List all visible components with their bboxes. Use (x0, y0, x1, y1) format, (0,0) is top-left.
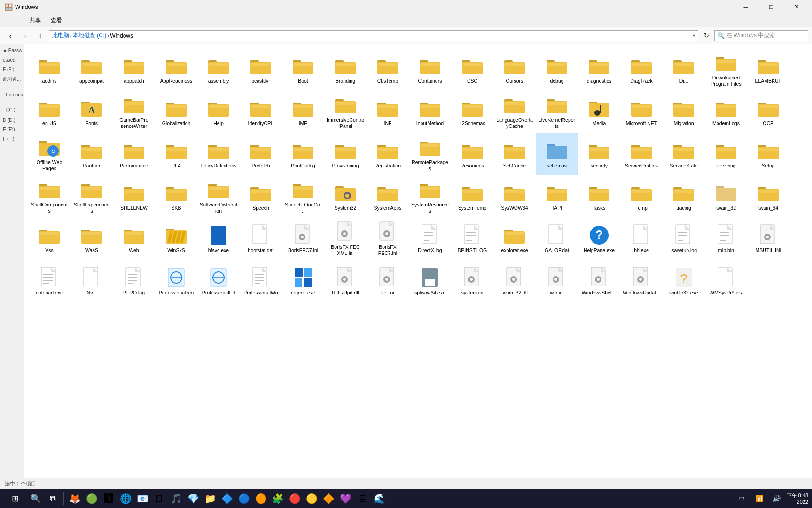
file-item[interactable]: ?HelpPane.exe (578, 217, 620, 260)
file-item[interactable]: Temp (620, 175, 663, 217)
file-item[interactable]: SHELLNEW (113, 175, 155, 217)
file-item[interactable]: Globalization (155, 90, 197, 133)
file-item[interactable]: MSUTIL.INI (747, 217, 789, 260)
taskbar-language[interactable]: 中 (734, 491, 750, 506)
file-item[interactable]: INF (367, 90, 409, 133)
file-item[interactable]: hh.exe (620, 217, 663, 260)
file-item[interactable]: AFonts (70, 90, 113, 133)
taskbar-app11[interactable]: 🔵 (236, 491, 251, 506)
file-item[interactable]: Panther (70, 133, 113, 175)
file-item[interactable]: PFRO.log (113, 260, 155, 302)
taskbar-app18[interactable]: 🖥 (355, 491, 370, 506)
file-item[interactable]: GameBarPre senceWriter (113, 90, 155, 133)
file-item[interactable]: DPINST.LOG (451, 217, 493, 260)
file-item[interactable]: ServiceProfiles (620, 133, 663, 175)
file-item[interactable]: RtlExUpd.dll (324, 260, 367, 302)
taskbar-app5[interactable]: 📧 (135, 491, 150, 506)
pane-item1[interactable]: essed (1, 56, 23, 64)
file-item[interactable]: ↻Offline Web Pages (28, 133, 70, 175)
file-item[interactable]: IME (282, 90, 324, 133)
file-item[interactable]: BorisFX FEC XML.ini (324, 217, 367, 260)
file-item[interactable]: Speech (240, 175, 282, 217)
pane-item3[interactable]: 此习近... (1, 75, 23, 84)
taskbar-app6[interactable]: 🗒 (152, 491, 167, 506)
file-item[interactable]: SystemApps (367, 175, 409, 217)
file-item[interactable]: Prefetch (240, 133, 282, 175)
search-box[interactable]: 🔍 在 Windows 中搜索 (714, 30, 808, 41)
file-item[interactable]: LanguageOverlayCache (493, 90, 536, 133)
file-item[interactable]: WaaS (70, 217, 113, 260)
file-item[interactable]: apppatch (113, 48, 155, 90)
file-item[interactable]: diagnostics (578, 48, 620, 90)
file-item[interactable]: lsasetup.log (663, 217, 705, 260)
taskbar-app10[interactable]: 🔷 (219, 491, 234, 506)
file-item[interactable]: bootstat.dat (240, 217, 282, 260)
file-item[interactable]: system.ini (451, 260, 493, 302)
taskbar-app8[interactable]: 💎 (186, 491, 201, 506)
file-item[interactable]: SKB (155, 175, 197, 217)
file-item[interactable]: tracing (663, 175, 705, 217)
file-item[interactable]: ServiceState (663, 133, 705, 175)
file-item[interactable]: mib.bin (705, 217, 747, 260)
file-item[interactable]: Migration (663, 90, 705, 133)
file-item[interactable]: set.ini (367, 260, 409, 302)
file-item[interactable]: Di... (663, 48, 705, 90)
pane-e[interactable]: E (E:) (1, 126, 23, 134)
file-item[interactable]: addins (28, 48, 70, 90)
taskbar-app17[interactable]: 💜 (338, 491, 353, 506)
file-item[interactable]: L2Schemas (451, 90, 493, 133)
file-item[interactable]: LiveKernelReports (536, 90, 578, 133)
file-item[interactable]: notepad.exe (28, 260, 70, 302)
minimize-button[interactable]: ─ (735, 0, 757, 14)
taskbar-app3[interactable]: 🅰 (101, 491, 116, 506)
taskbar-taskview[interactable]: ⧉ (45, 491, 60, 506)
address-box[interactable]: 此电脑 › 本地磁盘 (C:) › Windows ▾ (49, 30, 698, 41)
dropdown-arrow[interactable]: ▾ (693, 33, 695, 38)
file-item[interactable]: ELAMBKUP (747, 48, 789, 90)
file-item[interactable]: servicing (705, 133, 747, 175)
file-item[interactable]: explorer.exe (493, 217, 536, 260)
pane-c[interactable]: 《(C:) (1, 105, 23, 115)
file-item[interactable]: WindowsShell... (578, 260, 620, 302)
file-item[interactable]: Resources (451, 133, 493, 175)
file-item[interactable]: bfsvc.exe (197, 217, 240, 260)
file-item[interactable]: Microsoft.NET (620, 90, 663, 133)
file-item[interactable]: win.ini (536, 260, 578, 302)
file-item[interactable]: GA_OF.dat (536, 217, 578, 260)
pane-star[interactable]: ★ Passw... (1, 47, 23, 55)
pane-f[interactable]: F (F:) (1, 135, 23, 143)
file-item[interactable]: security (578, 133, 620, 175)
file-item[interactable]: Tasks (578, 175, 620, 217)
file-item[interactable]: Help (197, 90, 240, 133)
file-item[interactable]: OCR (747, 90, 789, 133)
file-item[interactable]: DiagTrack (620, 48, 663, 90)
menu-share[interactable]: 共享 (26, 15, 45, 26)
up-button[interactable]: ↑ (34, 30, 47, 42)
file-item[interactable]: Setup (747, 133, 789, 175)
file-item[interactable]: SystemTemp (451, 175, 493, 217)
taskbar-app4[interactable]: 🌐 (118, 491, 133, 506)
refresh-button[interactable]: ↻ (700, 30, 712, 41)
file-item[interactable]: regedit.exe (282, 260, 324, 302)
file-item[interactable]: PolicyDefinitions (197, 133, 240, 175)
file-item[interactable]: System32 (324, 175, 367, 217)
file-item[interactable]: en-US (28, 90, 70, 133)
taskbar-app13[interactable]: 🧩 (270, 491, 285, 506)
file-item[interactable]: bcastdvr (240, 48, 282, 90)
taskbar-time[interactable]: 下午 8:48 2022 (787, 492, 808, 506)
menu-view[interactable]: 查看 (47, 15, 66, 26)
file-item[interactable]: ProfessionalEd (197, 260, 240, 302)
taskbar-app7[interactable]: 🎵 (169, 491, 184, 506)
file-item[interactable]: Containers (409, 48, 451, 90)
breadcrumb-c[interactable]: 本地磁盘 (C:) (73, 32, 106, 40)
file-item[interactable]: WMSysPr9.prx (705, 260, 747, 302)
file-item[interactable]: BorisFEC7.ini (282, 217, 324, 260)
file-item[interactable]: PLA (155, 133, 197, 175)
close-button[interactable]: ✕ (786, 0, 807, 14)
file-item[interactable]: Web (113, 217, 155, 260)
taskbar-app16[interactable]: 🔶 (321, 491, 336, 506)
taskbar-network[interactable]: 📶 (752, 491, 767, 506)
file-item[interactable]: Media (578, 90, 620, 133)
file-item[interactable]: Speech_OneCo... (282, 175, 324, 217)
file-item[interactable]: Downloaded Program Files (705, 48, 747, 90)
